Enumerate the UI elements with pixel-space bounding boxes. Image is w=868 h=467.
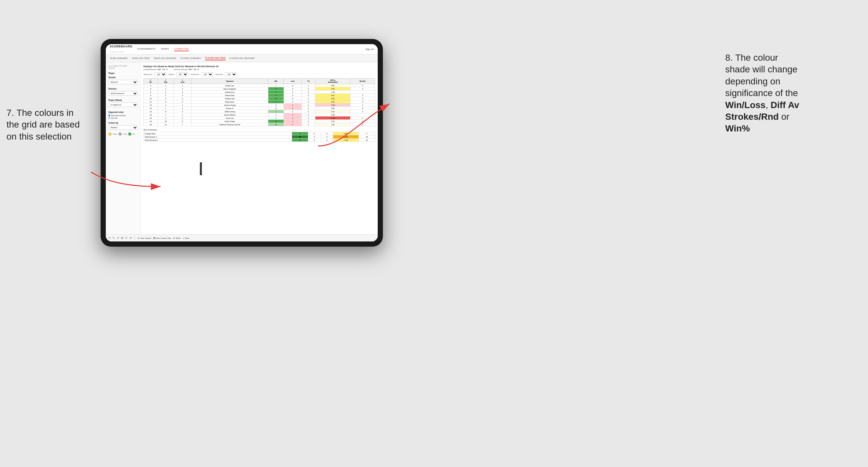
division-label: Division (108, 88, 138, 90)
cell-rounds (350, 91, 375, 94)
division-select[interactable]: NCAA Division III (108, 91, 138, 96)
filter-opponent-select[interactable]: (All) (225, 72, 237, 76)
cell-diff: -3.00 (315, 103, 350, 107)
cell-div: 13 (144, 103, 158, 107)
sub-nav-team-h2h-heatmap[interactable]: TEAM H2H HEATMAP (153, 57, 176, 60)
colour-legend: Down Level Up (108, 132, 138, 136)
cell-div: 19 (144, 120, 158, 123)
cell-win: 1 (268, 113, 284, 117)
cell-opponent: Sydney Kuo (191, 91, 268, 94)
share-button[interactable]: ↗ Share (183, 237, 190, 239)
radio-top100[interactable]: Top 100 (108, 117, 138, 119)
save-custom-view-button[interactable]: 💾 Save Custom View (153, 237, 171, 239)
cell-conf: 7 (174, 123, 191, 126)
cell-loss: 1 (284, 103, 302, 107)
cell-reg: 3 (158, 91, 174, 94)
filter-opponent-label: Opponent (215, 73, 223, 75)
gender-select[interactable]: Women's (108, 80, 138, 84)
sub-nav-player-h2h-grid[interactable]: PLAYER H2H GRID (205, 56, 225, 60)
ood-diff: 7.400 (333, 138, 359, 142)
cell-div: 18 (144, 117, 158, 120)
cell-conf: 2 (174, 117, 191, 120)
player-rank-select[interactable]: 8. Katelyn Vo (108, 102, 138, 107)
sub-nav-team-summary[interactable]: TEAM SUMMARY (110, 57, 128, 60)
table-row: 6 3 3 Sydney Kuo 1 0 0 -1.00 (144, 91, 375, 94)
ood-win: 1 (292, 132, 308, 135)
nav-committee[interactable]: COMMITTEE (174, 47, 189, 51)
cell-reg: 7 (158, 107, 174, 110)
tablet-screen: SCOREBOARD Powered by clippd TOURNAMENTS… (106, 44, 378, 242)
ood-diff: 9.267 (333, 135, 359, 138)
cell-conf: 2 (174, 100, 191, 103)
cell-conf: 3 (174, 97, 191, 100)
cell-rounds: 4 (350, 110, 375, 113)
player-rank-label: Player (Rank) (108, 99, 138, 101)
undo2-icon[interactable]: ↺ (117, 237, 119, 240)
division-record-label: Division Record: 331 - 34 - 6 (174, 68, 198, 70)
save-icon: 💾 (153, 237, 155, 239)
sub-nav-team-h2h-grid[interactable]: TEAM H2H GRID (132, 57, 150, 60)
cell-opponent: Euna Lee (191, 117, 268, 120)
sub-nav-player-h2h-heatmap[interactable]: PLAYER H2H HEATMAP (229, 57, 255, 60)
cell-div: 10 (144, 97, 158, 100)
cell-loss: 1 (284, 120, 302, 123)
cell-rounds: 6 (350, 123, 375, 126)
out-of-division-table: Foreign Team 1 0 0 4.500 2 NAIA Division… (144, 132, 375, 142)
bottom-toolbar: ↺ ↻ ↺ ⊞ ↻ ⏱ 👁 View: Original 💾 Save Cust… (106, 234, 378, 242)
cell-div: 16 (144, 113, 158, 117)
legend-up-dot (128, 132, 131, 136)
table-row: 14 7 4 Eunice Yi 2 2 0 0.38 9 (144, 107, 375, 110)
cell-diff: 0.30 (315, 120, 350, 123)
cell-tie: 0 (302, 117, 315, 120)
ood-label: NAIA Division 1 (144, 135, 292, 138)
nav-tournaments[interactable]: TOURNAMENTS (137, 47, 155, 51)
cell-loss: 1 (284, 123, 302, 126)
radio-opponents-played[interactable]: Opponents Played (108, 115, 138, 117)
table-row: 20 11 7 Federica Domecq Lacroze 2 1 0 1.… (144, 123, 375, 126)
cell-loss: 0 (284, 100, 302, 103)
redo-icon[interactable]: ↻ (113, 237, 115, 240)
table-row: 11 6 2 Heejo Hyun 1 0 0 3.33 3 (144, 100, 375, 103)
table-row: 13 1 1 Jessica Huang 0 1 0 -3.00 2 (144, 103, 375, 107)
col-div: #Div (144, 79, 158, 84)
overall-record-label: Overall Record: 353 - 34 - 6 (144, 68, 167, 70)
ood-label: Foreign Team (144, 132, 292, 135)
nav-teams[interactable]: TEAMS (161, 47, 169, 51)
watch-button[interactable]: 👁 Watch (173, 237, 180, 239)
cell-diff: -0.94 (315, 113, 350, 117)
cell-rounds (350, 113, 375, 117)
ood-rounds: 10 (359, 138, 375, 142)
copy-icon[interactable]: ⊞ (121, 237, 123, 240)
refresh-icon[interactable]: ↻ (125, 237, 127, 240)
cell-reg: 8 (158, 110, 174, 113)
undo-icon[interactable]: ↺ (108, 237, 111, 240)
filter-conference-select[interactable]: (All) (201, 72, 213, 76)
cell-opponent: Esther Lee (191, 84, 268, 87)
cell-tie: 0 (302, 110, 315, 113)
grid-area: Katelyn Vo Head-to-Head Grid for Women's… (141, 62, 378, 234)
sidebar: Last Updated: 27/03/2024 16:55:38 Player… (106, 62, 141, 234)
cell-win: 1 (268, 100, 284, 103)
view-original-button[interactable]: 👁 View: Original (137, 237, 151, 239)
filter-region-select[interactable]: (All) (176, 72, 188, 76)
cell-reg: 7 (158, 113, 174, 117)
ood-loss: 0 (308, 138, 320, 142)
ood-table-row: Foreign Team 1 0 0 4.500 2 (144, 132, 375, 135)
cell-opponent: Emily Chang (191, 120, 268, 123)
sub-nav-player-summary[interactable]: PLAYER SUMMARY (180, 57, 201, 60)
cell-rounds: 4 (350, 84, 375, 87)
colour-by-select[interactable]: Win/loss (108, 125, 138, 130)
cell-rounds: 3 (350, 87, 375, 91)
cell-conf: 1 (174, 113, 191, 117)
cell-loss: 2 (284, 113, 302, 117)
cell-conf: 5 (174, 110, 191, 113)
cell-conf: 6 (174, 120, 191, 123)
time-icon[interactable]: ⏱ (129, 237, 132, 240)
player-section-title: Player (108, 72, 138, 74)
filter-opponents-select[interactable]: (All) (154, 72, 166, 76)
share-icon: ↗ (183, 237, 184, 239)
cell-reg: 1 (158, 94, 174, 97)
cell-reg: 1 (158, 103, 174, 107)
sign-out-button[interactable]: Sign out (365, 48, 374, 50)
cell-conf: 3 (174, 91, 191, 94)
